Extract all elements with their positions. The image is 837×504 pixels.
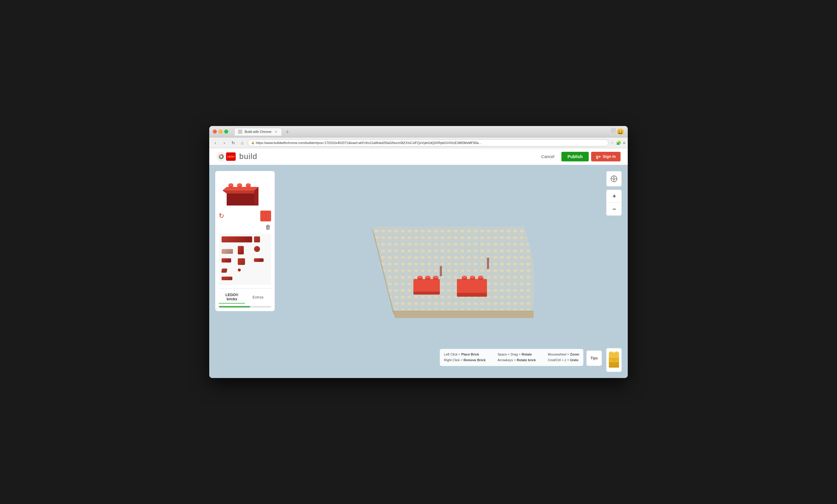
app-bar: LEGO build Cancel Publish g+ Sign in bbox=[209, 148, 628, 165]
zoom-group: + − bbox=[606, 190, 622, 216]
svg-rect-54 bbox=[609, 363, 619, 367]
golden-brick-button[interactable] bbox=[606, 348, 622, 372]
new-tab-button[interactable]: + bbox=[283, 129, 291, 136]
svg-rect-29 bbox=[440, 266, 442, 276]
compass-button[interactable] bbox=[606, 171, 622, 187]
canvas-area[interactable]: Left Click = Place Brick Right Click = R… bbox=[275, 171, 606, 372]
mac-window: Build with Chrome ✕ + ⤢ 😄 ‹ › ↻ ⌂ 🔒 http… bbox=[209, 126, 628, 378]
brick-preview bbox=[221, 174, 269, 208]
gplus-icon: g+ bbox=[596, 154, 601, 159]
list-item[interactable] bbox=[238, 258, 245, 265]
back-button[interactable]: ‹ bbox=[212, 139, 219, 146]
golden-brick-icon bbox=[608, 351, 619, 369]
close-button[interactable] bbox=[213, 130, 217, 133]
tip-zoom-val: Zoom bbox=[570, 353, 579, 356]
bookmark-icon[interactable]: ☆ bbox=[610, 141, 614, 145]
list-item[interactable] bbox=[238, 268, 241, 272]
color-swatch[interactable] bbox=[260, 211, 271, 221]
tips-panel: Left Click = Place Brick Right Click = R… bbox=[440, 349, 583, 366]
svg-point-14 bbox=[246, 183, 251, 186]
tips-col-1: Left Click = Place Brick Right Click = R… bbox=[444, 352, 485, 363]
menu-icon[interactable]: ≡ bbox=[623, 141, 625, 145]
chrome-logo bbox=[216, 152, 226, 162]
delete-button[interactable]: 🗑 bbox=[265, 224, 271, 231]
tips-col-3: Mousewheel = Zoom Cmd/Ctrl + z = Undo bbox=[548, 352, 579, 363]
svg-point-35 bbox=[470, 276, 475, 279]
tip-place: Left Click = Place Brick bbox=[444, 352, 485, 357]
signin-button[interactable]: g+ Sign in bbox=[591, 152, 621, 162]
list-item[interactable] bbox=[221, 237, 252, 242]
extensions-icon[interactable]: 🧩 bbox=[616, 141, 621, 145]
svg-point-58 bbox=[615, 360, 618, 362]
rotate-button[interactable]: ↺ bbox=[219, 212, 224, 220]
tab-bar: Build with Chrome ✕ + bbox=[234, 128, 609, 136]
signin-label: Sign in bbox=[603, 154, 616, 159]
tip-rotate-key: Space + Drag = bbox=[497, 353, 520, 356]
tip-undo: Cmd/Ctrl + z = Undo bbox=[548, 358, 579, 363]
tip-zoom: Mousewheel = Zoom bbox=[548, 352, 579, 357]
tips-content: Left Click = Place Brick Right Click = R… bbox=[444, 352, 579, 363]
tab-bricks-button[interactable]: LEGO® bricks bbox=[219, 291, 245, 304]
list-item[interactable] bbox=[221, 268, 227, 273]
svg-point-12 bbox=[237, 183, 242, 186]
tip-arrows-key: Arrowkeys = bbox=[497, 358, 516, 362]
tab-extras-button[interactable]: Extras bbox=[245, 291, 271, 304]
svg-point-24 bbox=[417, 276, 423, 279]
tip-undo-val: Undo bbox=[570, 358, 578, 362]
forward-button[interactable]: › bbox=[221, 139, 228, 146]
svg-point-4 bbox=[220, 155, 222, 157]
svg-marker-18 bbox=[392, 311, 533, 318]
svg-marker-6 bbox=[222, 190, 259, 193]
tab-favicon bbox=[238, 130, 242, 134]
minimize-button[interactable] bbox=[218, 130, 222, 133]
browser-tab[interactable]: Build with Chrome ✕ bbox=[234, 128, 282, 136]
tip-arrows: Arrowkeys = Rotate brick bbox=[497, 358, 536, 363]
svg-rect-38 bbox=[487, 257, 489, 269]
tip-arrows-val: Rotate brick bbox=[517, 358, 536, 362]
progress-fill bbox=[219, 306, 250, 307]
cancel-button[interactable]: Cancel bbox=[538, 152, 558, 161]
tip-remove-val: Remove Brick bbox=[464, 358, 485, 362]
tab-close-icon[interactable]: ✕ bbox=[274, 130, 278, 134]
svg-point-10 bbox=[229, 183, 233, 186]
list-item[interactable] bbox=[254, 258, 264, 262]
base-plate-svg bbox=[353, 208, 533, 335]
tip-place-key: Left Click = bbox=[444, 353, 461, 356]
tip-rotate: Space + Drag = Rotate bbox=[497, 352, 536, 357]
maximize-button[interactable] bbox=[224, 130, 228, 133]
tips-button[interactable]: Tips bbox=[586, 350, 602, 366]
restore-icon[interactable]: ⤢ bbox=[611, 128, 616, 132]
brick-3d-preview bbox=[222, 175, 267, 207]
list-item[interactable] bbox=[238, 246, 244, 255]
list-item[interactable] bbox=[221, 249, 233, 254]
compass-icon bbox=[610, 175, 618, 183]
window-controls: ⤢ 😄 bbox=[611, 128, 624, 135]
tips-col-2: Space + Drag = Rotate Arrowkeys = Rotate… bbox=[497, 352, 536, 363]
svg-marker-20 bbox=[371, 226, 533, 311]
traffic-lights bbox=[213, 130, 228, 133]
svg-marker-7 bbox=[222, 187, 259, 190]
svg-rect-22 bbox=[413, 279, 440, 292]
url-text: https://www.buildwithchrome.com/builder#… bbox=[256, 141, 605, 145]
svg-point-28 bbox=[433, 276, 438, 279]
bricks-collection bbox=[219, 234, 271, 285]
reload-button[interactable]: ↻ bbox=[230, 139, 237, 146]
base-plate-container bbox=[353, 208, 528, 335]
svg-point-40 bbox=[613, 178, 615, 180]
list-item[interactable] bbox=[221, 258, 231, 262]
publish-button[interactable]: Publish bbox=[562, 152, 589, 162]
home-button[interactable]: ⌂ bbox=[239, 139, 246, 146]
delete-row: 🗑 bbox=[219, 224, 271, 231]
list-item[interactable] bbox=[254, 237, 260, 242]
list-item[interactable] bbox=[221, 277, 232, 280]
address-bar[interactable]: 🔒 https://www.buildwithchrome.com/builde… bbox=[248, 139, 608, 146]
zoom-in-button[interactable]: + bbox=[606, 190, 622, 203]
list-item[interactable] bbox=[254, 246, 260, 252]
tip-remove-key: Right Click = bbox=[444, 358, 463, 362]
left-panel: ↺ 🗑 bbox=[215, 171, 275, 311]
svg-rect-50 bbox=[609, 353, 619, 358]
zoom-out-button[interactable]: − bbox=[606, 203, 622, 216]
title-bar: Build with Chrome ✕ + ⤢ 😄 bbox=[209, 126, 628, 137]
lego-logo: LEGO bbox=[226, 152, 236, 161]
svg-point-33 bbox=[462, 276, 467, 279]
